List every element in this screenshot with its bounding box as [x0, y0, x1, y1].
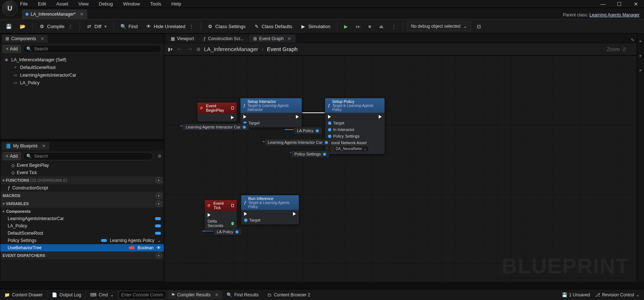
panel-collapsed-icon[interactable]: ▸: [637, 63, 644, 77]
out-pin[interactable]: [243, 126, 246, 129]
play-button[interactable]: ▶: [341, 21, 351, 31]
content-browser-button[interactable]: 🗀Content Browser 2: [263, 290, 315, 300]
close-button[interactable]: ✕: [628, 0, 644, 8]
menu-view[interactable]: View: [78, 1, 89, 7]
var-node-policy2[interactable]: LA Policy: [213, 228, 242, 235]
out-pin[interactable]: [325, 141, 328, 144]
menu-window[interactable]: Window: [123, 1, 140, 7]
functions-header[interactable]: ▾ FUNCTIONS (20 OVERRIDABLE)+: [0, 176, 164, 184]
component-root[interactable]: ◉LA_InferenceManager (Self): [0, 56, 164, 64]
find-button[interactable]: 🔍Find: [117, 21, 140, 31]
function-item[interactable]: ƒConstructionScript: [0, 184, 164, 192]
float-pin[interactable]: [231, 222, 234, 225]
compiler-results-tab[interactable]: ⚑Compiler Results✕: [167, 291, 222, 299]
variable-item[interactable]: LearningAgentsInteractorCar: [0, 215, 164, 222]
output-log-button[interactable]: 📄Output Log: [47, 290, 86, 300]
settings-icon[interactable]: ⚙: [158, 154, 162, 159]
add-dispatcher-icon[interactable]: +: [156, 253, 162, 258]
component-item[interactable]: ▭LearningAgentsInteractorCar: [0, 71, 164, 79]
hide-unrelated-button[interactable]: 👁Hide Unrelated⋮: [143, 21, 197, 31]
console-input[interactable]: Enter Console Comm: [119, 291, 166, 299]
add-blueprint-button[interactable]: +Add: [3, 152, 21, 160]
var-node-interactor[interactable]: Learning Agents Interactor Car: [182, 123, 249, 131]
dispatchers-header[interactable]: EVENT DISPATCHERS+: [0, 251, 164, 259]
eject-button[interactable]: ⏏: [376, 21, 386, 31]
exec-out-pin[interactable]: [231, 116, 234, 119]
out-pin[interactable]: [323, 153, 326, 156]
class-defaults-button[interactable]: ✎Class Defaults: [251, 21, 295, 31]
target-pin[interactable]: [328, 122, 331, 125]
close-tab-icon[interactable]: ✕: [80, 12, 84, 17]
nav-forward[interactable]: →: [186, 45, 193, 53]
variable-item-selected[interactable]: UseBehaviorTreeBoolean👁: [0, 244, 164, 251]
add-variable-icon[interactable]: +: [156, 201, 162, 207]
chevron-down-icon[interactable]: ⌄: [157, 238, 161, 243]
components-subheader[interactable]: ▾Components: [0, 208, 164, 215]
menu-asset[interactable]: Asset: [56, 1, 68, 7]
out-pin[interactable]: [316, 129, 319, 132]
cmd-button[interactable]: ⌨Cmd⌄: [86, 290, 118, 300]
component-item[interactable]: ⌖DefaultSceneRoot: [0, 64, 164, 71]
menu-help[interactable]: Help: [171, 1, 181, 7]
tab-construction[interactable]: ƒConstruction Scr...: [199, 35, 248, 43]
diff-button[interactable]: ⇄Diff▾: [84, 21, 110, 31]
delegate-pin[interactable]: [231, 107, 234, 109]
hierarchy-icon[interactable]: ⊞: [197, 47, 200, 52]
event-item[interactable]: ◇Event BeginPlay: [0, 162, 164, 169]
menu-tools[interactable]: Tools: [150, 1, 161, 7]
exec-in-pin[interactable]: [328, 115, 331, 119]
close-icon[interactable]: ✕: [42, 143, 46, 149]
edit-icon[interactable]: ✎: [629, 38, 637, 43]
node-setup-interactor[interactable]: ƒSetup InteractorTarget is Learning Agen…: [240, 98, 302, 128]
exec-out-pin[interactable]: [293, 212, 296, 216]
play-options[interactable]: ⋮: [389, 21, 399, 31]
node-event-tick[interactable]: Event Tick Delta Seconds: [204, 200, 237, 230]
blueprint-search[interactable]: 🔍Search: [23, 152, 153, 160]
save-button[interactable]: 💾: [3, 21, 15, 31]
find-results-button[interactable]: 🔍Find Results: [222, 290, 263, 300]
exec-out-pin[interactable]: [208, 213, 211, 217]
component-item[interactable]: ▭LA_Policy: [0, 79, 164, 86]
panel-collapsed-icon[interactable]: ▸: [637, 48, 644, 63]
bookmark-icon[interactable]: ▮▾: [168, 47, 173, 52]
step-button[interactable]: ⏭: [353, 21, 363, 31]
add-function-icon[interactable]: +: [156, 177, 162, 183]
add-component-button[interactable]: +Add: [3, 45, 21, 53]
menu-debug[interactable]: Debug: [99, 1, 113, 7]
ue-logo[interactable]: U: [2, 1, 18, 16]
close-icon[interactable]: ✕: [288, 36, 291, 41]
close-icon[interactable]: ✕: [41, 36, 44, 41]
node-setup-policy[interactable]: ƒSetup PolicyTarget is Learning Agents P…: [325, 98, 385, 154]
menu-file[interactable]: File: [20, 1, 28, 7]
minimize-button[interactable]: —: [595, 0, 611, 8]
components-tab[interactable]: ⊞Components✕: [2, 35, 48, 43]
document-tab[interactable]: LA_InferenceManager* ✕: [22, 9, 87, 19]
close-icon[interactable]: ✕: [215, 292, 219, 297]
components-search[interactable]: 🔍Search: [23, 45, 162, 53]
variable-item[interactable]: DefaultSceneRoot: [0, 230, 164, 237]
graph-canvas[interactable]: Event BeginPlay ƒSetup InteractorTarget …: [164, 55, 637, 282]
var-node-policy-settings[interactable]: Policy Settings: [291, 150, 329, 158]
interactor-pin[interactable]: [328, 128, 331, 131]
browse-button[interactable]: 📂: [17, 21, 28, 31]
crumb-asset[interactable]: LA_InferenceManager: [204, 46, 258, 52]
delegate-pin[interactable]: [231, 204, 234, 207]
variable-item[interactable]: LA_Policy: [0, 222, 164, 230]
node-event-beginplay[interactable]: Event BeginPlay: [197, 102, 237, 122]
variable-item[interactable]: Policy SettingsLearning Agents Policy⌄: [0, 237, 164, 244]
nav-back[interactable]: ←: [176, 45, 183, 53]
my-blueprint-tab[interactable]: 📘My Blueprint✕: [2, 142, 49, 150]
exec-out-pin[interactable]: [296, 115, 299, 119]
node-run-inference[interactable]: ƒRun InferenceTarget is Learning Agents …: [241, 195, 299, 225]
content-drawer-button[interactable]: 📁Content Drawer: [0, 290, 47, 300]
unsaved-indicator[interactable]: 💾1 Unsaved: [562, 292, 590, 297]
macros-header[interactable]: MACROS+: [0, 192, 164, 200]
var-node-interactor2[interactable]: Learning Agents Interactor Car: [265, 139, 331, 146]
crumb-graph[interactable]: Event Graph: [267, 46, 297, 52]
maximize-button[interactable]: ☐: [611, 0, 628, 8]
exec-out-pin[interactable]: [379, 115, 382, 119]
exec-in-pin[interactable]: [244, 212, 247, 216]
menu-edit[interactable]: Edit: [38, 1, 46, 7]
debug-object-selector[interactable]: No debug object selected⌄: [407, 22, 471, 31]
simulation-button[interactable]: ▶Simulation: [297, 21, 333, 31]
